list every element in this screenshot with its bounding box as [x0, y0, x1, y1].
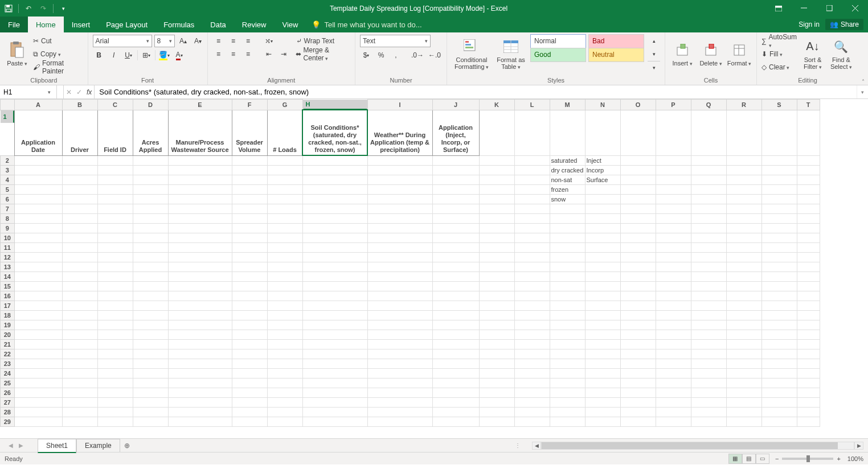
cell-K19[interactable]	[479, 320, 514, 330]
cell-G12[interactable]	[267, 252, 302, 262]
cell-B16[interactable]	[62, 291, 97, 301]
cell-B12[interactable]	[62, 252, 97, 262]
cell-P9[interactable]	[656, 223, 691, 233]
cell-D13[interactable]	[133, 262, 168, 271]
decrease-decimal-button[interactable]: ←.0	[427, 49, 442, 61]
col-header-R[interactable]: R	[726, 100, 761, 110]
cell-E3[interactable]	[168, 165, 232, 175]
cell-J21[interactable]	[432, 339, 479, 349]
cell-F18[interactable]	[232, 310, 267, 320]
cut-button[interactable]: ✂Cut	[33, 35, 83, 47]
cell-I5[interactable]	[367, 184, 432, 194]
cell-D1[interactable]: Acres Applied	[133, 110, 168, 155]
cell-P13[interactable]	[656, 262, 691, 271]
cell-S20[interactable]	[761, 330, 797, 339]
cell-T26[interactable]	[797, 388, 820, 397]
cell-T12[interactable]	[797, 252, 820, 262]
cell-E25[interactable]	[168, 378, 232, 388]
row-header-3[interactable]: 3	[1, 165, 15, 175]
row-header-2[interactable]: 2	[1, 155, 15, 165]
cell-J17[interactable]	[432, 301, 479, 310]
cell-L11[interactable]	[514, 242, 550, 252]
cell-G27[interactable]	[267, 397, 302, 407]
borders-button[interactable]: ⊞▾	[140, 49, 153, 61]
cell-E7[interactable]	[168, 204, 232, 213]
hscroll-right[interactable]: ▶	[854, 442, 863, 450]
cell-I16[interactable]	[367, 291, 432, 301]
cell-M19[interactable]	[550, 320, 585, 330]
cell-C10[interactable]	[97, 233, 133, 242]
cell-K7[interactable]	[479, 204, 514, 213]
cell-N22[interactable]	[585, 349, 620, 359]
cell-F7[interactable]	[232, 204, 267, 213]
cell-M26[interactable]	[550, 388, 585, 397]
cell-M27[interactable]	[550, 397, 585, 407]
cell-E21[interactable]	[168, 339, 232, 349]
cell-R29[interactable]	[726, 417, 761, 426]
cell-L22[interactable]	[514, 349, 550, 359]
cell-O1[interactable]	[620, 110, 656, 155]
cell-J4[interactable]	[432, 175, 479, 184]
cell-O17[interactable]	[620, 301, 656, 310]
cell-I24[interactable]	[367, 368, 432, 378]
cell-H17[interactable]	[302, 301, 367, 310]
row-header-9[interactable]: 9	[1, 223, 15, 233]
cell-G7[interactable]	[267, 204, 302, 213]
cell-R21[interactable]	[726, 339, 761, 349]
cell-K17[interactable]	[479, 301, 514, 310]
cell-A8[interactable]	[14, 213, 62, 223]
cell-Q6[interactable]	[691, 194, 726, 204]
tab-page-layout[interactable]: Page Layout	[98, 17, 155, 32]
cell-C27[interactable]	[97, 397, 133, 407]
increase-decimal-button[interactable]: .0→	[410, 49, 425, 61]
fill-color-button[interactable]: 🪣▾	[158, 49, 171, 61]
cell-I13[interactable]	[367, 262, 432, 271]
cell-F6[interactable]	[232, 194, 267, 204]
cell-T2[interactable]	[797, 155, 820, 165]
row-header-23[interactable]: 23	[1, 359, 15, 368]
cell-I27[interactable]	[367, 397, 432, 407]
cell-K14[interactable]	[479, 271, 514, 281]
col-header-K[interactable]: K	[479, 100, 514, 110]
cell-L7[interactable]	[514, 204, 550, 213]
number-format-select[interactable]: Text▾	[360, 35, 431, 47]
cell-E24[interactable]	[168, 368, 232, 378]
cell-T25[interactable]	[797, 378, 820, 388]
cell-G10[interactable]	[267, 233, 302, 242]
cell-style-bad[interactable]: Bad	[588, 34, 644, 48]
cell-S24[interactable]	[761, 368, 797, 378]
cell-E9[interactable]	[168, 223, 232, 233]
cell-T18[interactable]	[797, 310, 820, 320]
decrease-indent-button[interactable]: ⇤	[263, 48, 275, 60]
cell-L23[interactable]	[514, 359, 550, 368]
cell-O11[interactable]	[620, 242, 656, 252]
cell-Q4[interactable]	[691, 175, 726, 184]
cell-H27[interactable]	[302, 397, 367, 407]
cell-P25[interactable]	[656, 378, 691, 388]
cell-M5[interactable]: frozen	[550, 184, 585, 194]
cell-G3[interactable]	[267, 165, 302, 175]
cell-F17[interactable]	[232, 301, 267, 310]
cell-D23[interactable]	[133, 359, 168, 368]
qat-customize[interactable]: ▾	[57, 2, 69, 15]
row-header-28[interactable]: 28	[1, 407, 15, 417]
cell-M21[interactable]	[550, 339, 585, 349]
align-top-button[interactable]: ≡	[212, 35, 225, 47]
cell-O20[interactable]	[620, 330, 656, 339]
cell-H29[interactable]	[302, 417, 367, 426]
cell-F16[interactable]	[232, 291, 267, 301]
cell-Q28[interactable]	[691, 407, 726, 417]
cell-F4[interactable]	[232, 175, 267, 184]
cell-M16[interactable]	[550, 291, 585, 301]
cell-I9[interactable]	[367, 223, 432, 233]
cell-A15[interactable]	[14, 281, 62, 291]
cell-S26[interactable]	[761, 388, 797, 397]
cell-G2[interactable]	[267, 155, 302, 165]
cell-O5[interactable]	[620, 184, 656, 194]
cell-H9[interactable]	[302, 223, 367, 233]
cell-F29[interactable]	[232, 417, 267, 426]
cell-I23[interactable]	[367, 359, 432, 368]
cell-G1[interactable]: # Loads	[267, 110, 302, 155]
cell-R7[interactable]	[726, 204, 761, 213]
cell-Q11[interactable]	[691, 242, 726, 252]
